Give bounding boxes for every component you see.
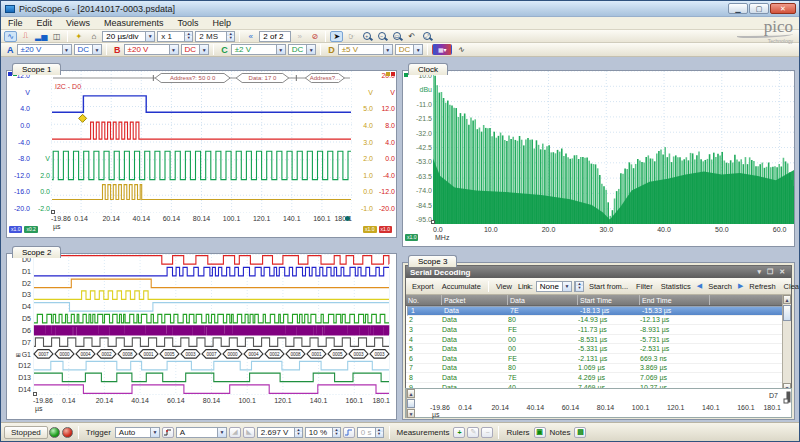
menu-item-views[interactable]: Views (59, 17, 97, 30)
zoom-in-icon[interactable]: + (360, 31, 373, 42)
holdoff-spin[interactable]: 0 s▲▼ (357, 427, 384, 438)
serial-accumulate-button[interactable]: Accumulate (438, 282, 485, 291)
table-row[interactable]: 8Data7E4.269 µs7.069 µs (406, 373, 791, 383)
serial-link-select[interactable]: None▼ (536, 281, 572, 292)
prev-buffer-icon[interactable]: « (244, 31, 257, 42)
axis-handle[interactable] (33, 392, 37, 396)
home-icon[interactable]: ⌂ (87, 31, 100, 42)
axis-handle[interactable] (51, 210, 55, 214)
serial-start-from--button[interactable]: Start from... (585, 282, 632, 291)
channel-b-range-select[interactable]: ±20 V▼ (124, 44, 179, 55)
menu-item-tools[interactable]: Tools (170, 17, 205, 30)
post-trigger-icon[interactable] (343, 427, 355, 438)
column-header[interactable]: No. (406, 295, 442, 305)
menu-item-file[interactable]: File (1, 17, 30, 30)
delete-measurement-icon[interactable]: − (481, 427, 493, 438)
table-row[interactable]: 1Data7E-18.13 µs-15.33 µs (407, 306, 790, 316)
add-measurement-icon[interactable]: + (453, 427, 465, 438)
trigger-mode-select[interactable]: Auto▼ (115, 427, 160, 438)
search-next-icon[interactable]: ▶ (738, 282, 743, 290)
group-expander-icon[interactable]: ⊞ (16, 352, 21, 358)
measurements-button[interactable]: Measurements (397, 428, 450, 437)
column-header[interactable]: Start Time (578, 295, 640, 305)
timebase-select[interactable]: 20 µs/div▼ (102, 31, 155, 42)
channel-a-coupling-select[interactable]: DC▼ (74, 44, 103, 55)
serial-view-button[interactable]: View (492, 282, 516, 291)
axis-marker[interactable] (391, 72, 395, 76)
channel-d-coupling-select[interactable]: DC▼ (395, 44, 424, 55)
rulers-icon[interactable]: ▣ (534, 427, 546, 438)
tab-scope2[interactable]: Scope 2 (12, 246, 61, 258)
serial-refresh-button[interactable]: Refresh (745, 282, 779, 291)
trace-scrollbar[interactable]: ▲▼ (406, 389, 415, 418)
zoom-out-icon[interactable]: − (375, 31, 388, 42)
persistence-view-icon[interactable]: ⎍ (19, 31, 32, 42)
buffer-overview-icon[interactable]: ⊘ (308, 31, 321, 42)
channel-d-range-select[interactable]: ±5 V▼ (338, 44, 393, 55)
table-row[interactable]: 5Data00-5.331 µs-2.531 µs (406, 344, 791, 354)
axis-marker[interactable] (386, 72, 390, 76)
serial-statistics-button[interactable]: Statistics (657, 282, 695, 291)
scope1-plot[interactable]: I2C - D0Address?: 50 0 0Data: 17 0Addres… (51, 71, 352, 213)
tab-scope1[interactable]: Scope 1 (12, 63, 61, 75)
search-prev-icon[interactable]: ◀ (697, 282, 702, 290)
axis-handle[interactable] (431, 220, 435, 224)
pretrigger-spin[interactable]: 10 %▲▼ (305, 427, 341, 438)
column-header[interactable]: Packet (442, 295, 508, 305)
menu-item-measurements[interactable]: Measurements (97, 17, 171, 30)
zoom-factor-spin[interactable]: x 1▲▼ (157, 31, 193, 42)
channel-c-coupling-select[interactable]: DC▼ (288, 44, 317, 55)
maximize-button[interactable]: ▢ (749, 3, 769, 14)
hand-icon[interactable]: ☞ (345, 31, 358, 42)
channel-c-range-select[interactable]: ±2 V▼ (231, 44, 286, 55)
column-header[interactable]: End Time (640, 295, 710, 305)
channel-b-coupling-select[interactable]: DC▼ (181, 44, 210, 55)
next-buffer-icon[interactable]: » (293, 31, 306, 42)
menu-item-help[interactable]: Help (205, 17, 238, 30)
table-row[interactable]: 2Data80-14.93 µs-12.13 µs (406, 316, 791, 326)
scope2-plot[interactable]: 0007000000040002000800010005000300070000… (33, 254, 390, 395)
serial-search-button[interactable]: Search (704, 282, 736, 291)
key-icon[interactable]: ✦ (72, 31, 85, 42)
minimize-button[interactable]: ▁ (728, 3, 748, 14)
scope3-plot[interactable] (781, 389, 791, 404)
serial-filter-button[interactable]: Filter (632, 282, 657, 291)
edit-measurement-icon[interactable]: ✎ (467, 427, 479, 438)
scope-view-icon[interactable]: ∿ (4, 31, 17, 42)
alarms-view-icon[interactable]: ◫ (50, 31, 63, 42)
start-capture-button[interactable] (49, 427, 60, 438)
serial-link-spin[interactable]: ▲▼ (574, 281, 584, 292)
table-row[interactable]: 3DataFE-11.73 µs-8.931 µs (406, 325, 791, 335)
stop-capture-button[interactable] (62, 427, 73, 438)
notes-icon[interactable]: ▤ (574, 427, 586, 438)
trigger-source-select[interactable]: A▼ (176, 427, 227, 438)
close-button[interactable]: ✕ (770, 3, 796, 14)
math-channels-icon[interactable]: ∿ (454, 44, 467, 55)
table-row[interactable]: 6DataFE-2.131 µs669.3 ns (406, 354, 791, 364)
column-header[interactable]: Data (508, 295, 578, 305)
cursor-icon[interactable]: ➤ (330, 31, 343, 42)
table-row[interactable]: 7Data801.069 µs3.869 µs (406, 364, 791, 374)
tab-clock[interactable]: Clock (408, 63, 448, 75)
channel-a-range-select[interactable]: ±20 V▼ (17, 44, 72, 55)
serial-export-button[interactable]: Export (408, 282, 438, 291)
table-row[interactable]: 4Data00-8.531 µs-5.731 µs (406, 335, 791, 345)
serial-window-buttons[interactable]: ▾ ❐ ✕ (757, 268, 787, 276)
table-scrollbar[interactable]: ▲▼ (782, 295, 791, 392)
zoom-full-icon[interactable]: ⤢ (420, 31, 433, 42)
trigger-level-spin[interactable]: 2.697 V▲▼ (257, 427, 303, 438)
axis-end-marker[interactable] (345, 216, 350, 221)
digital-channels-icon[interactable]: ▦▾ (432, 44, 452, 55)
menu-item-edit[interactable]: Edit (30, 17, 60, 30)
serial-clear-button[interactable]: Clear (780, 282, 800, 291)
rulers-button[interactable]: Rulers (506, 428, 529, 437)
spectrum-view-icon[interactable]: ▂▅ (34, 31, 48, 42)
trigger-marker-icon[interactable]: ◣ (243, 427, 255, 438)
rapid-trigger-icon[interactable]: ◢ (229, 427, 241, 438)
marquee-zoom-icon[interactable]: ▭ (390, 31, 403, 42)
notes-button[interactable]: Notes (550, 428, 571, 437)
trigger-edge-icon[interactable] (162, 427, 174, 438)
undo-zoom-icon[interactable]: ↶ (405, 31, 418, 42)
tab-scope3[interactable]: Scope 3 (408, 255, 457, 267)
samples-spin[interactable]: 2 MS▲▼ (195, 31, 235, 42)
